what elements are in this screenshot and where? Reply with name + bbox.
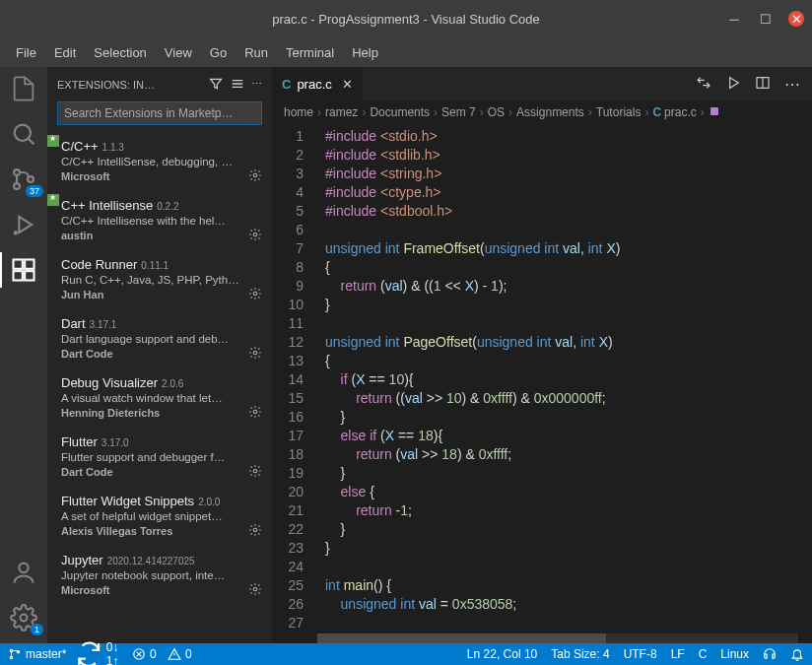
- more-icon[interactable]: ⋯: [251, 78, 262, 91]
- menu-edit[interactable]: Edit: [46, 41, 84, 64]
- feedback-icon[interactable]: [763, 647, 777, 661]
- svg-point-13: [253, 292, 257, 296]
- tab-prac-c[interactable]: C prac.c ✕: [272, 67, 364, 101]
- gear-icon[interactable]: [248, 523, 262, 539]
- breadcrumb-symbol[interactable]: [709, 105, 720, 120]
- star-icon: [47, 194, 59, 206]
- more-actions-icon[interactable]: ⋯: [784, 75, 800, 94]
- breadcrumb: home›ramez›Documents›Sem 7›OS›Assignment…: [272, 101, 812, 123]
- menu-terminal[interactable]: Terminal: [278, 41, 342, 64]
- chevron-right-icon: ›: [508, 105, 512, 119]
- tab-label: prac.c: [297, 77, 331, 92]
- extension-item[interactable]: Flutter3.17.0Flutter support and debugge…: [47, 427, 272, 486]
- chevron-right-icon: ›: [588, 105, 592, 119]
- tab-close-icon[interactable]: ✕: [342, 77, 353, 92]
- svg-point-17: [253, 528, 257, 532]
- breadcrumb-segment[interactable]: home: [284, 105, 313, 119]
- gear-icon[interactable]: [248, 464, 262, 480]
- svg-point-21: [10, 649, 12, 651]
- chevron-right-icon: ›: [480, 105, 484, 119]
- gear-icon[interactable]: [248, 168, 262, 184]
- extension-item[interactable]: Dart3.17.1Dart language support and deb……: [47, 308, 272, 367]
- accounts-icon[interactable]: [10, 559, 37, 586]
- svg-point-4: [15, 232, 17, 233]
- svg-point-0: [15, 125, 31, 141]
- run-icon[interactable]: [725, 75, 741, 95]
- svg-point-3: [28, 176, 34, 182]
- menu-go[interactable]: Go: [202, 41, 235, 64]
- settings-icon[interactable]: 1: [10, 604, 37, 632]
- gear-icon[interactable]: [248, 346, 262, 362]
- c-lang-icon: C: [282, 77, 291, 92]
- svg-point-2: [14, 183, 20, 189]
- bell-icon[interactable]: [790, 647, 804, 661]
- settings-badge: 1: [31, 624, 43, 635]
- filter-icon[interactable]: [208, 76, 224, 94]
- menu-selection[interactable]: Selection: [86, 41, 154, 64]
- git-sync[interactable]: 0↓ 1↑: [76, 640, 122, 665]
- breadcrumb-segment[interactable]: Tutorials: [596, 105, 642, 119]
- run-debug-icon[interactable]: [10, 211, 37, 238]
- code-content[interactable]: #include <stdio.h> #include <stdlib.h> #…: [317, 123, 812, 643]
- extension-item[interactable]: Flutter Widget Snippets2.0.0A set of hel…: [47, 486, 272, 545]
- menu-help[interactable]: Help: [344, 41, 386, 64]
- window-title: prac.c - ProgAssignment3 - Visual Studio…: [272, 12, 539, 27]
- git-branch[interactable]: master*: [8, 647, 66, 661]
- compare-icon[interactable]: [696, 75, 711, 95]
- svg-rect-7: [25, 271, 34, 280]
- gear-icon[interactable]: [248, 228, 262, 243]
- gear-icon[interactable]: [248, 287, 262, 302]
- extension-item[interactable]: Debug Visualizer2.0.6A visual watch wind…: [47, 367, 272, 427]
- encoding[interactable]: UTF-8: [624, 647, 657, 661]
- sidebar-title: EXTENSIONS: IN…: [57, 79, 202, 91]
- split-icon[interactable]: [755, 75, 771, 95]
- gear-icon[interactable]: [248, 405, 262, 421]
- extension-item[interactable]: Code Runner0.11.1Run C, C++, Java, JS, P…: [47, 249, 272, 308]
- extension-item[interactable]: C/C++1.1.3C/C++ IntelliSense, debugging,…: [47, 131, 272, 190]
- menu-run[interactable]: Run: [237, 41, 276, 64]
- gear-icon[interactable]: [248, 582, 262, 598]
- breadcrumb-segment[interactable]: Sem 7: [441, 105, 476, 119]
- horizontal-scrollbar[interactable]: [317, 633, 798, 643]
- close-button[interactable]: ✕: [788, 11, 804, 27]
- extension-search-input[interactable]: [58, 102, 261, 124]
- svg-point-1: [14, 169, 20, 175]
- breadcrumb-segment[interactable]: ramez: [325, 105, 358, 119]
- tab-size[interactable]: Tab Size: 4: [551, 647, 609, 661]
- extensions-icon[interactable]: [10, 256, 37, 284]
- scm-badge: 37: [26, 185, 43, 197]
- minimize-button[interactable]: ─: [725, 10, 743, 28]
- svg-point-12: [253, 233, 257, 236]
- os-indicator[interactable]: Linux: [720, 647, 749, 661]
- titlebar: prac.c - ProgAssignment3 - Visual Studio…: [0, 0, 812, 37]
- extension-search[interactable]: [57, 101, 262, 125]
- language-mode[interactable]: C: [699, 647, 708, 661]
- explorer-icon[interactable]: [10, 75, 37, 102]
- menu-view[interactable]: View: [157, 41, 200, 64]
- maximize-button[interactable]: ☐: [757, 10, 775, 28]
- extension-item[interactable]: Jupyter2020.12.414227025Jupyter notebook…: [47, 545, 272, 604]
- problems[interactable]: 0 0: [132, 647, 192, 661]
- editor-area[interactable]: 1234567891011121314151617181920212223242…: [272, 123, 812, 643]
- extension-item[interactable]: C++ Intellisense0.2.2C/C++ Intellisense …: [47, 190, 272, 249]
- menubar: FileEditSelectionViewGoRunTerminalHelp: [0, 37, 812, 67]
- svg-rect-6: [14, 271, 23, 280]
- breadcrumb-file[interactable]: Cprac.c: [652, 105, 696, 119]
- search-icon[interactable]: [10, 120, 37, 148]
- cursor-position[interactable]: Ln 22, Col 10: [467, 647, 537, 661]
- extensions-sidebar: EXTENSIONS: IN… ⋯ C/C++1.1.3C/C++ Intell…: [47, 67, 272, 643]
- chevron-right-icon: ›: [317, 105, 321, 119]
- source-control-icon[interactable]: 37: [10, 166, 37, 193]
- chevron-right-icon: ›: [644, 105, 648, 119]
- breadcrumb-segment[interactable]: Assignments: [516, 105, 584, 119]
- svg-rect-5: [14, 260, 23, 269]
- menu-file[interactable]: File: [8, 41, 44, 64]
- status-bar: master* 0↓ 1↑ 0 0 Ln 22, Col 10 Tab Size…: [0, 643, 812, 665]
- breadcrumb-segment[interactable]: OS: [488, 105, 505, 119]
- clear-icon[interactable]: [230, 76, 245, 94]
- eol[interactable]: LF: [671, 647, 685, 661]
- svg-point-10: [21, 615, 28, 622]
- breadcrumb-segment[interactable]: Documents: [370, 105, 430, 119]
- svg-point-9: [19, 564, 28, 572]
- star-icon: [47, 135, 59, 147]
